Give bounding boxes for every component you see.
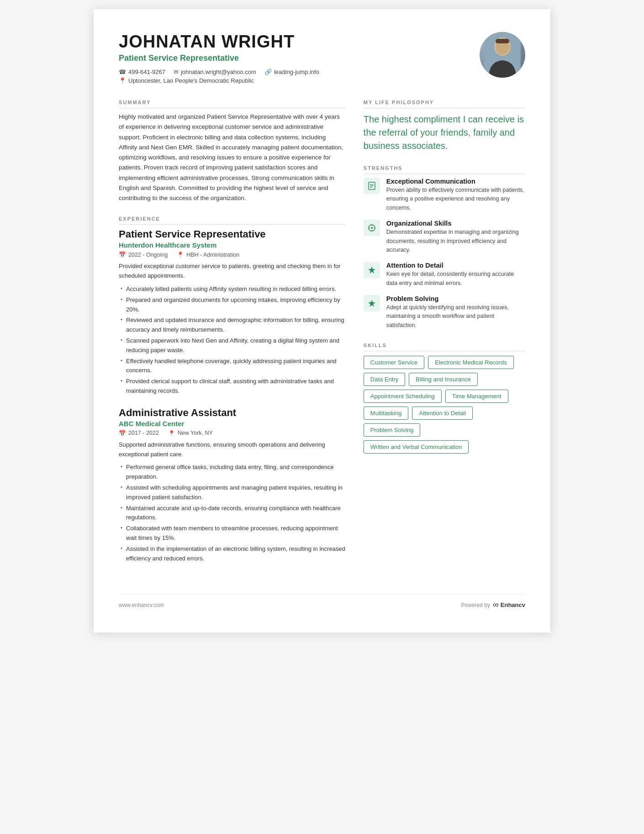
avatar-image (480, 32, 525, 78)
skill-9: Written and Verbal Communication (364, 440, 469, 454)
left-column: SUMMARY Highly motivated and organized P… (119, 100, 345, 576)
skill-2: Data Entry (364, 373, 405, 386)
skill-7: Attention to Detail (412, 406, 473, 420)
bullet-1-4: Scanned paperwork into Next Gen and Affi… (119, 336, 345, 355)
svg-marker-16 (368, 300, 375, 307)
strength-title-1: Organizational Skills (386, 220, 525, 227)
skills-grid: Customer Service Electronic Medical Reco… (364, 356, 525, 454)
website-item[interactable]: 🔗 leading-jump.info (264, 69, 319, 75)
job-summary-2: Supported administrative functions, ensu… (119, 440, 345, 459)
footer-powered: Powered by ∞ Enhancv (461, 600, 525, 610)
philosophy-section: MY LIFE PHILOSOPHY The highest complimen… (364, 100, 525, 153)
job-title-2: Administrative Assistant (119, 407, 345, 419)
strengths-title: STRENGTHS (364, 165, 525, 174)
strengths-section: STRENGTHS Exceptional Communication Prov… (364, 165, 525, 330)
skill-0: Customer Service (364, 356, 424, 369)
summary-text: Highly motivated and organized Patient S… (119, 112, 345, 203)
job-entry-2: Administrative Assistant ABC Medical Cen… (119, 407, 345, 564)
skill-1: Electronic Medical Records (428, 356, 514, 369)
header-left: JOHNATAN WRIGHT Patient Service Represen… (119, 32, 319, 86)
company-name-2: ABC Medical Center (119, 420, 345, 428)
strength-icon-3 (364, 295, 380, 311)
job-meta-1: 📅 2022 - Ongoing 📍 HBH - Administration (119, 251, 345, 258)
location-text: Uptoncester, Lao People's Democratic Rep… (128, 77, 254, 84)
job-summary-1: Provided exceptional customer service to… (119, 262, 345, 281)
svg-marker-15 (368, 266, 375, 274)
job-dates-1: 📅 2022 - Ongoing (119, 251, 168, 258)
infinity-icon: ∞ (493, 600, 499, 610)
summary-title: SUMMARY (119, 100, 345, 108)
footer-website: www.enhancv.com (119, 602, 164, 608)
skill-3: Billing and Insurance (409, 373, 478, 386)
strength-title-0: Exceptional Communication (386, 178, 525, 185)
powered-by-text: Powered by (461, 602, 490, 608)
location-line: 📍 Uptoncester, Lao People's Democratic R… (119, 77, 319, 84)
strength-icon-0 (364, 178, 380, 194)
right-column: MY LIFE PHILOSOPHY The highest complimen… (364, 100, 525, 576)
bullet-2-4: Collaborated with team members to stream… (119, 524, 345, 543)
svg-point-10 (371, 227, 373, 229)
bullet-2-1: Performed general office tasks, includin… (119, 463, 345, 482)
strength-title-3: Problem Solving (386, 295, 525, 302)
job-entry-1: Patient Service Representative Hunterdon… (119, 228, 345, 396)
strength-item-2: Attention to Detail Keen eye for detail,… (364, 262, 525, 288)
location-icon-2: 📍 (168, 430, 175, 437)
email-item: ✉ johnatan.wright@yahoo.com (174, 69, 256, 75)
strength-desc-1: Demonstrated expertise in managing and o… (386, 228, 525, 254)
job-bullets-1: Accurately billed patients using Affinit… (119, 285, 345, 396)
location-item: 📍 Uptoncester, Lao People's Democratic R… (119, 77, 254, 84)
location-icon: 📍 (119, 77, 126, 84)
job-location-1: 📍 HBH - Administration (177, 251, 239, 258)
calendar-icon-1: 📅 (119, 251, 126, 258)
job-meta-2: 📅 2017 - 2022 📍 New York, NY (119, 430, 345, 437)
brand-name: Enhancv (501, 602, 525, 608)
email-address: johnatan.wright@yahoo.com (181, 69, 256, 75)
enhancv-logo: ∞ Enhancv (493, 600, 525, 610)
skill-4: Appointment Scheduling (364, 390, 442, 403)
company-name-1: Hunterdon Healthcare System (119, 241, 345, 249)
bullet-1-6: Provided clerical support to clinical st… (119, 377, 345, 396)
experience-section: EXPERIENCE Patient Service Representativ… (119, 216, 345, 563)
bullet-1-1: Accurately billed patients using Affinit… (119, 285, 345, 294)
phone-item: ☎ 499-641-9267 (119, 69, 165, 75)
strength-desc-2: Keen eye for detail, consistently ensuri… (386, 270, 525, 288)
skill-5: Time Management (445, 390, 508, 403)
candidate-name: JOHNATAN WRIGHT (119, 32, 319, 52)
main-layout: SUMMARY Highly motivated and organized P… (119, 100, 525, 576)
strength-icon-2 (364, 262, 380, 278)
summary-section: SUMMARY Highly motivated and organized P… (119, 100, 345, 203)
link-icon: 🔗 (264, 69, 272, 75)
strength-content-2: Attention to Detail Keen eye for detail,… (386, 262, 525, 288)
job-title-1: Patient Service Representative (119, 228, 345, 240)
candidate-title: Patient Service Representative (119, 53, 319, 63)
bullet-1-2: Prepared and organized documents for upc… (119, 296, 345, 315)
strength-content-0: Exceptional Communication Proven ability… (386, 178, 525, 212)
phone-number: 499-641-9267 (128, 69, 165, 75)
strength-item-1: Organizational Skills Demonstrated exper… (364, 220, 525, 254)
bullet-1-5: Effectively handled telephone coverage, … (119, 357, 345, 376)
svg-rect-4 (496, 39, 509, 43)
contact-line: ☎ 499-641-9267 ✉ johnatan.wright@yahoo.c… (119, 69, 319, 75)
strength-icon-1 (364, 220, 380, 236)
job-location-2: 📍 New York, NY (168, 430, 213, 437)
skill-8: Problem Solving (364, 423, 421, 437)
calendar-icon-2: 📅 (119, 430, 126, 437)
job-dates-2: 📅 2017 - 2022 (119, 430, 159, 437)
strength-item-0: Exceptional Communication Proven ability… (364, 178, 525, 212)
philosophy-text: The highest compliment I can receive is … (364, 113, 525, 153)
resume-page: JOHNATAN WRIGHT Patient Service Represen… (94, 9, 550, 633)
skill-6: Multitasking (364, 406, 409, 420)
footer: www.enhancv.com Powered by ∞ Enhancv (119, 594, 525, 610)
strength-item-3: Problem Solving Adept at quickly identif… (364, 295, 525, 330)
strength-content-1: Organizational Skills Demonstrated exper… (386, 220, 525, 254)
location-icon-1: 📍 (177, 251, 184, 258)
bullet-2-2: Assisted with scheduling appointments an… (119, 483, 345, 502)
philosophy-title: MY LIFE PHILOSOPHY (364, 100, 525, 108)
header-section: JOHNATAN WRIGHT Patient Service Represen… (119, 32, 525, 86)
bullet-2-3: Maintained accurate and up-to-date recor… (119, 504, 345, 523)
job-bullets-2: Performed general office tasks, includin… (119, 463, 345, 563)
experience-title: EXPERIENCE (119, 216, 345, 225)
skills-section: SKILLS Customer Service Electronic Medic… (364, 343, 525, 454)
avatar (480, 32, 525, 78)
strength-desc-3: Adept at quickly identifying and resolvi… (386, 303, 525, 330)
